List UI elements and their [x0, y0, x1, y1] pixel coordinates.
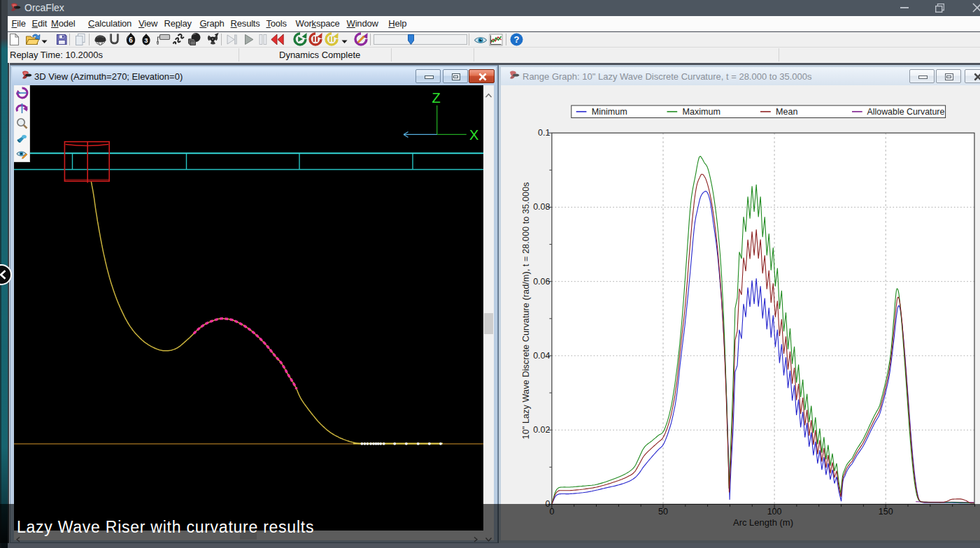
svg-text:3: 3 [144, 36, 148, 44]
svg-text:10" Lazy Wave Discrete Curvatu: 10" Lazy Wave Discrete Curvature (rad/m)… [520, 182, 531, 440]
svg-text:Allowable Curvature: Allowable Curvature [867, 107, 945, 117]
svg-text:Z: Z [432, 90, 441, 106]
svg-text:0.06: 0.06 [533, 277, 550, 287]
svg-text:0.08: 0.08 [533, 202, 550, 212]
svg-text:0.02: 0.02 [533, 425, 550, 435]
svg-text:X: X [469, 127, 478, 143]
svg-text:6: 6 [129, 36, 133, 44]
svg-text:?: ? [514, 34, 520, 45]
svg-text:0.1: 0.1 [538, 128, 550, 138]
svg-text:0.04: 0.04 [533, 351, 550, 361]
svg-text:Mean: Mean [776, 107, 798, 117]
svg-text:Minimum: Minimum [592, 107, 627, 117]
svg-text:Maximum: Maximum [682, 107, 720, 117]
